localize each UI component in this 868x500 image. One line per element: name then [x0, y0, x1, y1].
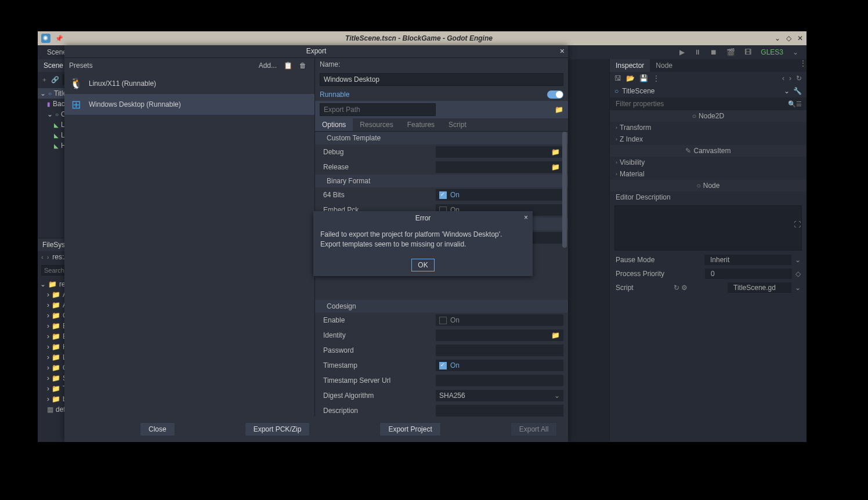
- renderer-label[interactable]: GLES3: [757, 48, 787, 56]
- error-message-line1: Failed to export the project for platfor…: [320, 230, 526, 240]
- opt-description[interactable]: Description: [315, 403, 568, 416]
- fs-fwd-icon[interactable]: ›: [47, 253, 49, 260]
- scrollbar[interactable]: [562, 132, 567, 248]
- tab-inspector[interactable]: Inspector: [610, 59, 650, 72]
- folder-icon: 📁: [551, 331, 560, 339]
- add-preset-button[interactable]: Add...: [255, 61, 280, 70]
- error-message-line2: Export templates seem to be missing or i…: [320, 240, 526, 249]
- maximize-icon[interactable]: ◇: [786, 34, 791, 42]
- export-path-input[interactable]: [320, 103, 436, 116]
- export-all-button[interactable]: Export All: [511, 422, 558, 436]
- clear-icon[interactable]: ☰: [796, 100, 802, 108]
- node-type-icon: ○: [614, 87, 619, 95]
- opt-release[interactable]: Release📁: [315, 160, 568, 175]
- prop-script[interactable]: Script ↻ ⚙ TitleScene.gd⌄: [610, 281, 806, 295]
- error-dialog: Error × Failed to export the project for…: [313, 211, 533, 276]
- panel-menu-icon[interactable]: ⋮: [800, 59, 806, 72]
- fs-back-icon[interactable]: ‹: [41, 253, 44, 260]
- runnable-toggle[interactable]: [547, 90, 563, 99]
- chevron-down-icon[interactable]: ⌄: [789, 48, 802, 56]
- export-dialog-title: Export ×: [64, 45, 568, 58]
- more-icon[interactable]: ⋮: [653, 74, 660, 82]
- runnable-label: Runnable: [320, 90, 349, 99]
- prop-material[interactable]: ›Material: [610, 168, 806, 180]
- tab-resources[interactable]: Resources: [353, 118, 400, 131]
- close-icon[interactable]: ×: [524, 213, 528, 222]
- name-label: Name:: [320, 60, 340, 68]
- section-codesign: Codesign: [315, 300, 568, 313]
- opt-timestamp[interactable]: TimestampOn: [315, 358, 568, 373]
- play-scene-icon[interactable]: 🎬: [723, 48, 739, 56]
- window-title: TitleScene.tscn - BlockGame - Godot Engi…: [68, 34, 770, 42]
- inspected-node-name: TitleScene: [622, 87, 654, 95]
- prop-pause-mode[interactable]: Pause Mode Inherit⌄: [610, 253, 806, 267]
- titlebar: 📌 TitleScene.tscn - BlockGame - Godot En…: [38, 31, 806, 45]
- play-custom-icon[interactable]: 🎞: [741, 48, 755, 56]
- close-icon[interactable]: ×: [560, 46, 565, 56]
- history-back-icon[interactable]: ‹: [782, 74, 784, 82]
- tab-options[interactable]: Options: [315, 118, 353, 131]
- error-title: Error: [415, 214, 431, 222]
- prop-zindex[interactable]: ›Z Index: [610, 133, 806, 145]
- opt-64bits[interactable]: 64 BitsOn: [315, 187, 568, 202]
- section-custom-template: Custom Template: [315, 132, 568, 144]
- section-node2d: ○Node2D: [610, 110, 806, 122]
- opt-digest[interactable]: Digest AlgorithmSHA256⌄: [315, 388, 568, 403]
- pause-icon[interactable]: ⏸: [690, 48, 704, 56]
- folder-icon[interactable]: 📁: [555, 106, 563, 114]
- export-pck-button[interactable]: Export PCK/Zip: [245, 422, 310, 436]
- link-icon[interactable]: 🔗: [51, 76, 59, 84]
- prop-process-priority[interactable]: Process Priority 0◇: [610, 267, 806, 281]
- stop-icon[interactable]: ⏹: [707, 48, 721, 56]
- pin-icon[interactable]: 📌: [55, 35, 63, 42]
- copy-preset-icon[interactable]: 📋: [280, 61, 296, 70]
- close-button[interactable]: Close: [140, 422, 175, 436]
- section-canvasitem: ✎CanvasItem: [610, 145, 806, 157]
- section-binary-format: Binary Format: [315, 175, 568, 187]
- folder-icon: 📁: [551, 163, 560, 171]
- linux-icon: 🐧: [69, 77, 83, 90]
- opt-debug[interactable]: Debug📁: [315, 144, 568, 160]
- folder-icon: 📁: [551, 148, 560, 156]
- godot-logo-icon: [41, 34, 50, 43]
- add-node-icon[interactable]: ＋: [41, 75, 48, 84]
- tab-script[interactable]: Script: [442, 118, 473, 131]
- delete-preset-icon[interactable]: 🗑: [296, 61, 310, 70]
- presets-label: Presets: [69, 61, 93, 70]
- open-icon[interactable]: 📂: [626, 74, 635, 82]
- ok-button[interactable]: OK: [411, 259, 434, 271]
- search-icon[interactable]: 🔍: [788, 100, 796, 108]
- play-icon[interactable]: ▶: [676, 48, 688, 56]
- prop-visibility[interactable]: ›Visibility: [610, 157, 806, 168]
- filter-properties-input[interactable]: [614, 99, 788, 109]
- tab-node[interactable]: Node: [650, 59, 678, 72]
- history-icon[interactable]: ↻: [796, 74, 802, 82]
- opt-password[interactable]: Password: [315, 343, 568, 358]
- opt-identity[interactable]: Identity📁: [315, 328, 568, 343]
- chevron-down-icon[interactable]: ⌄: [784, 87, 790, 95]
- windows-icon: ⊞: [69, 97, 83, 111]
- preset-windows[interactable]: ⊞ Windows Desktop (Runnable): [64, 94, 314, 115]
- editor-description-input[interactable]: [614, 205, 802, 251]
- prop-transform[interactable]: ›Transform: [610, 122, 806, 133]
- expand-icon[interactable]: ⛶: [794, 220, 801, 229]
- close-window-icon[interactable]: ✕: [797, 34, 803, 42]
- minimize-icon[interactable]: ⌄: [775, 34, 780, 42]
- save-as-icon[interactable]: 💾: [639, 74, 648, 82]
- save-icon[interactable]: 🖫: [614, 74, 621, 82]
- prop-editor-desc: Editor Description: [610, 191, 806, 203]
- wrench-icon[interactable]: 🔧: [793, 87, 802, 95]
- opt-enable[interactable]: EnableOn: [315, 313, 568, 328]
- history-fwd-icon[interactable]: ›: [789, 74, 791, 82]
- preset-name-input[interactable]: [320, 73, 563, 86]
- opt-ts-url[interactable]: Timestamp Server Url: [315, 373, 568, 388]
- tab-features[interactable]: Features: [400, 118, 442, 131]
- preset-linux[interactable]: 🐧 Linux/X11 (Runnable): [64, 73, 314, 94]
- export-project-button[interactable]: Export Project: [379, 422, 440, 436]
- section-node: ○Node: [610, 180, 806, 191]
